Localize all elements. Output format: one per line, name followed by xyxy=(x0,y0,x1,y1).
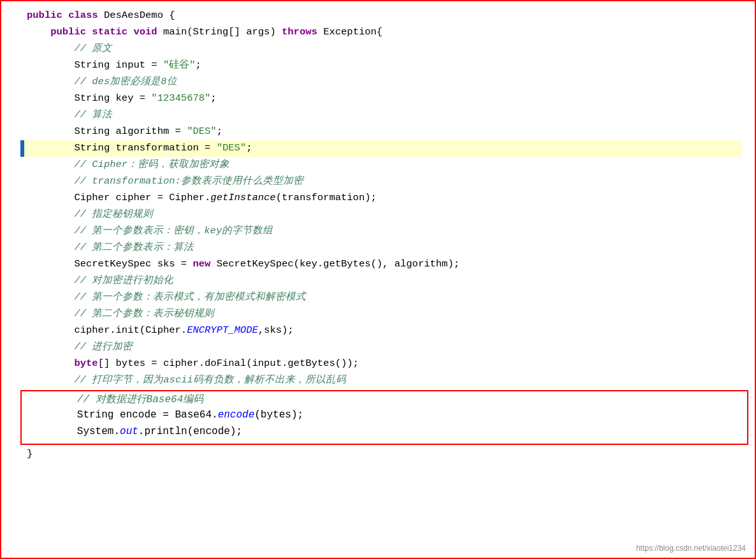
code-token: // transformation:参数表示使用什么类型加密 xyxy=(27,173,303,190)
code-line: // 指定秘钥规则 xyxy=(20,207,742,223)
line-indicator xyxy=(20,74,24,91)
code-token xyxy=(62,8,68,24)
code-token: Cipher cipher = Cipher. xyxy=(27,190,210,207)
line-indicator xyxy=(20,157,24,173)
code-token: ENCRYPT_MODE xyxy=(187,323,258,339)
boxed-section: // 对数据进行Base64编码 String encode = Base64.… xyxy=(20,390,748,445)
code-token: String input = xyxy=(27,57,163,74)
code-token: // 算法 xyxy=(27,107,112,124)
code-line: SecretKeySpec sks = new SecretKeySpec(ke… xyxy=(20,256,742,273)
code-token: public xyxy=(27,8,62,24)
line-indicator xyxy=(20,256,24,273)
code-line: public static void main(String[] args) t… xyxy=(20,24,742,41)
code-token: SecretKeySpec sks = xyxy=(27,256,193,273)
line-indicator xyxy=(20,57,24,74)
code-token: main(String[] args) xyxy=(157,24,282,41)
code-token: cipher.init(Cipher. xyxy=(27,323,187,339)
code-token: // 进行加密 xyxy=(27,339,133,356)
code-line: // 第一个参数：表示模式，有加密模式和解密模式 xyxy=(20,289,742,306)
closing-line: } xyxy=(20,446,742,463)
line-indicator xyxy=(20,323,24,339)
code-token: ,sks); xyxy=(258,323,294,339)
line-indicator xyxy=(20,446,24,463)
code-token: // 第二个参数表示：算法 xyxy=(27,240,194,256)
line-indicator xyxy=(20,240,24,256)
line-indicator xyxy=(20,356,24,372)
line-indicator xyxy=(20,8,24,24)
code-token: out xyxy=(120,426,138,437)
code-line: String transformation = "DES"; xyxy=(20,140,742,157)
code-token: "12345678" xyxy=(151,91,210,107)
code-token: ; xyxy=(196,57,201,74)
code-token: ; xyxy=(217,124,222,140)
line-indicator xyxy=(20,289,24,306)
code-token: String key = xyxy=(27,91,151,107)
code-token: // 第一个参数：表示模式，有加密模式和解密模式 xyxy=(27,289,306,306)
line-indicator xyxy=(20,124,24,140)
boxed-code-line: String encode = Base64.encode(bytes); xyxy=(22,409,747,426)
code-line: // transformation:参数表示使用什么类型加密 xyxy=(20,173,742,190)
code-token: public xyxy=(27,24,86,41)
watermark: https://blog.csdn.net/xiaotei1234 xyxy=(636,544,746,553)
code-token xyxy=(86,24,92,41)
code-container: public class DesAesDemo { public static … xyxy=(0,0,756,559)
line-indicator xyxy=(20,207,24,223)
line-indicator xyxy=(20,372,24,389)
code-line: // des加密必须是8位 xyxy=(20,74,742,91)
code-token: ; xyxy=(210,91,216,107)
code-line: // 第二个参数：表示秘钥规则 xyxy=(20,306,742,323)
line-indicator xyxy=(20,339,24,356)
line-indicator xyxy=(20,91,24,107)
code-token: new xyxy=(193,256,210,273)
code-token: // Cipher：密码，获取加密对象 xyxy=(27,157,229,173)
code-token: SecretKeySpec(key.getBytes(), algorithm)… xyxy=(210,256,460,273)
closing-brace: } xyxy=(27,446,33,463)
code-line: // Cipher：密码，获取加密对象 xyxy=(20,157,742,173)
line-indicator xyxy=(20,107,24,124)
code-token: "DES" xyxy=(217,140,247,157)
code-line: // 打印字节，因为ascii码有负数，解析不出来，所以乱码 xyxy=(20,372,742,389)
code-token: "硅谷" xyxy=(163,57,196,74)
code-token: static xyxy=(92,24,127,41)
code-token: // des加密必须是8位 xyxy=(27,74,177,91)
code-line: String input = "硅谷"; xyxy=(20,57,742,74)
line-indicator xyxy=(20,173,24,190)
code-token: // 第二个参数：表示秘钥规则 xyxy=(27,306,214,323)
code-line: Cipher cipher = Cipher.getInstance(trans… xyxy=(20,190,742,207)
code-line: String key = "12345678"; xyxy=(20,91,742,107)
boxed-code-line: // 对数据进行Base64编码 xyxy=(22,393,747,409)
code-token: (bytes); xyxy=(254,409,303,421)
line-indicator xyxy=(20,41,24,57)
code-token: throws xyxy=(282,24,317,41)
code-token: String encode = Base64. xyxy=(28,409,218,421)
code-token: // 对数据进行Base64编码 xyxy=(28,393,203,406)
code-line: // 第二个参数表示：算法 xyxy=(20,240,742,256)
closing-brace-block: } xyxy=(1,446,755,463)
code-token: System. xyxy=(28,426,120,437)
code-block: public class DesAesDemo { public static … xyxy=(1,8,755,389)
code-token: // 打印字节，因为ascii码有负数，解析不出来，所以乱码 xyxy=(27,372,346,389)
code-line: byte[] bytes = cipher.doFinal(input.getB… xyxy=(20,356,742,372)
code-token: // 对加密进行初始化 xyxy=(27,273,173,289)
code-line: // 原文 xyxy=(20,41,742,57)
code-token: "DES" xyxy=(187,124,217,140)
code-line: public class DesAesDemo { xyxy=(20,8,742,24)
code-line: cipher.init(Cipher.ENCRYPT_MODE,sks); xyxy=(20,323,742,339)
code-line: // 对加密进行初始化 xyxy=(20,273,742,289)
line-indicator xyxy=(20,223,24,240)
code-token: // 第一个参数表示：密钥，key的字节数组 xyxy=(27,223,273,240)
line-indicator xyxy=(20,273,24,289)
line-indicator xyxy=(20,140,24,157)
boxed-code-line: System.out.println(encode); xyxy=(22,426,747,442)
code-token: Exception{ xyxy=(317,24,382,41)
code-line: // 第一个参数表示：密钥，key的字节数组 xyxy=(20,223,742,240)
code-line: String algorithm = "DES"; xyxy=(20,124,742,140)
line-indicator xyxy=(20,190,24,207)
code-token: String transformation = xyxy=(27,140,217,157)
code-token: getInstance xyxy=(210,190,275,207)
code-line: // 算法 xyxy=(20,107,742,124)
code-token xyxy=(127,24,133,41)
code-token: String algorithm = xyxy=(27,124,187,140)
code-token: .println(encode); xyxy=(138,426,242,437)
code-token: // 指定秘钥规则 xyxy=(27,207,153,223)
